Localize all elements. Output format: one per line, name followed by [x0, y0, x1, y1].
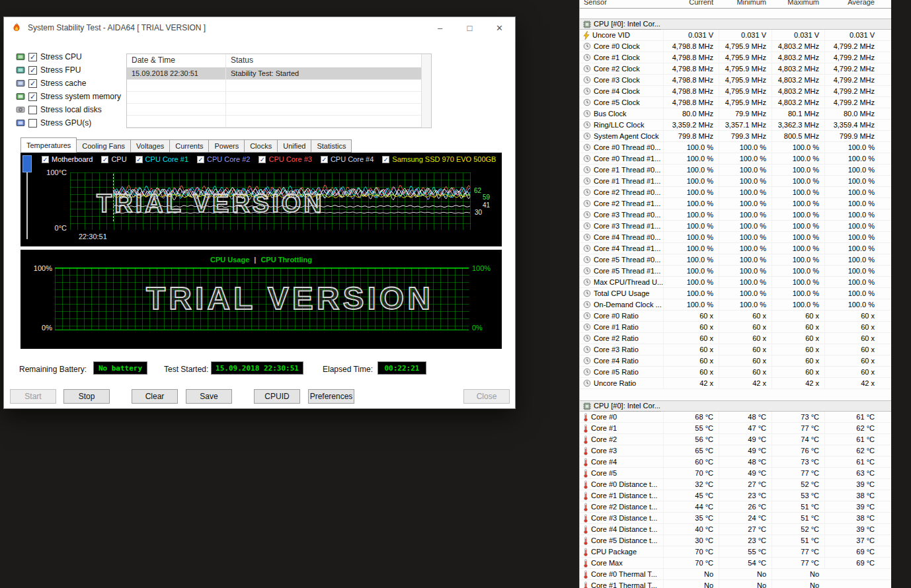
- legend-item-samsung-ssd-970-evo-500gb[interactable]: ✓Samsung SSD 970 EVO 500GB: [382, 155, 496, 163]
- sensor-value: 4,799.2 MHz: [824, 41, 880, 52]
- sensor-row[interactable]: Core #4 Ratio60 x60 x60 x60 x: [580, 355, 891, 367]
- checkbox[interactable]: ✓: [28, 66, 37, 75]
- checkbox[interactable]: ✓: [197, 156, 204, 163]
- sensor-row[interactable]: Core #5 Thread #0...100.0 %100.0 %100.0 …: [580, 254, 891, 266]
- checkbox[interactable]: [28, 119, 37, 128]
- clock-icon: [583, 211, 591, 219]
- stress-option-stress-local-disks[interactable]: Stress local disks: [16, 103, 121, 116]
- sensor-row[interactable]: Core #5 Thread #1...100.0 %100.0 %100.0 …: [580, 266, 891, 277]
- sensor-row[interactable]: Max CPU/Thread U...100.0 %100.0 %100.0 %…: [580, 277, 891, 288]
- save-button[interactable]: Save: [186, 389, 232, 404]
- checkbox[interactable]: ✓: [42, 156, 49, 163]
- checkbox[interactable]: [28, 106, 37, 114]
- tab-unified[interactable]: Unified: [278, 139, 311, 153]
- stress-option-stress-cpu[interactable]: ✓Stress CPU: [16, 50, 121, 63]
- stress-option-stress-cache[interactable]: ✓Stress cache: [16, 77, 121, 90]
- sensor-row[interactable]: Core #2 Distance t...44 °C26 °C51 °C39 °…: [580, 501, 891, 513]
- sensor-row[interactable]: Core #256 °C49 °C74 °C61 °C: [580, 434, 891, 445]
- sensor-row[interactable]: Core #0 Thread #0...100.0 %100.0 %100.0 …: [580, 142, 891, 153]
- sensor-row[interactable]: Core #0 Ratio60 x60 x60 x60 x: [580, 311, 891, 322]
- sensor-row[interactable]: System Agent Clock799.8 MHz799.3 MHz800.…: [580, 131, 891, 142]
- sensor-row[interactable]: Core #3 Clock4,798.8 MHz4,795.9 MHz4,803…: [580, 75, 891, 86]
- sensor-row[interactable]: Core #3 Thread #1...100.0 %100.0 %100.0 …: [580, 221, 891, 232]
- checkbox[interactable]: ✓: [382, 156, 389, 163]
- checkbox[interactable]: ✓: [321, 156, 328, 163]
- sensor-row[interactable]: Core #3 Distance t...35 °C24 °C51 °C38 °…: [580, 513, 891, 524]
- minimize-icon[interactable]: –: [425, 17, 455, 38]
- sensor-row[interactable]: Core #2 Clock4,798.8 MHz4,795.9 MHz4,803…: [580, 63, 891, 75]
- sensor-row[interactable]: Core #4 Thread #1...100.0 %100.0 %100.0 …: [580, 243, 891, 254]
- checkbox[interactable]: ✓: [258, 156, 266, 163]
- log-table-scrollbar[interactable]: [421, 54, 431, 128]
- sensor-row[interactable]: Core #1 Ratio60 x60 x60 x60 x: [580, 322, 891, 333]
- tab-cooling-fans[interactable]: Cooling Fans: [77, 139, 131, 153]
- sensor-row[interactable]: Core #0 Clock4,798.8 MHz4,795.9 MHz4,803…: [580, 41, 891, 52]
- sensor-row[interactable]: Core #4 Distance t...40 °C27 °C52 °C39 °…: [580, 524, 891, 535]
- stop-button[interactable]: Stop: [63, 389, 110, 404]
- tab-currents[interactable]: Currents: [170, 139, 209, 153]
- sensor-row[interactable]: Core #2 Thread #1...100.0 %100.0 %100.0 …: [580, 198, 891, 209]
- sensor-row[interactable]: Core #5 Ratio60 x60 x60 x60 x: [580, 367, 891, 378]
- preferences-button[interactable]: Preferences: [308, 389, 354, 404]
- checkbox[interactable]: ✓: [101, 156, 108, 163]
- tab-voltages[interactable]: Voltages: [131, 139, 170, 153]
- window-titlebar[interactable]: System Stability Test - AIDA64 [ TRIAL V…: [4, 17, 515, 38]
- tab-temperatures[interactable]: Temperatures: [20, 137, 77, 153]
- sensor-row[interactable]: Core #2 Ratio60 x60 x60 x60 x: [580, 333, 891, 344]
- legend-item-cpu-core-2[interactable]: ✓CPU Core #2: [197, 155, 250, 163]
- sensor-row[interactable]: Ring/LLC Clock3,359.2 MHz3,357.1 MHz3,36…: [580, 120, 891, 131]
- checkbox[interactable]: ✓: [28, 92, 37, 101]
- sensor-row[interactable]: Uncore Ratio42 x42 x42 x42 x: [580, 378, 891, 389]
- chip-icon: [583, 20, 591, 28]
- sensor-value: 60 x: [719, 344, 772, 355]
- legend-item-cpu[interactable]: ✓CPU: [101, 155, 126, 163]
- clock-icon: [583, 267, 591, 275]
- checkbox[interactable]: ✓: [28, 79, 37, 88]
- clear-button[interactable]: Clear: [132, 389, 178, 404]
- stress-option-stress-gpu-s[interactable]: Stress GPU(s): [16, 116, 121, 129]
- cpuid-button[interactable]: CPUID: [254, 389, 300, 404]
- sensor-row[interactable]: Core #1 Clock4,798.8 MHz4,795.9 MHz4,803…: [580, 52, 891, 63]
- sensor-row[interactable]: CPU Package70 °C55 °C77 °C69 °C: [580, 546, 891, 558]
- sensor-row[interactable]: Core #0 Thermal T...NoNoNo: [580, 569, 891, 580]
- sensor-row[interactable]: Core #5 Clock4,798.8 MHz4,795.9 MHz4,803…: [580, 97, 891, 108]
- checkbox[interactable]: ✓: [136, 156, 143, 163]
- legend-item-cpu-core-3[interactable]: ✓CPU Core #3: [258, 155, 311, 163]
- sensor-row[interactable]: Bus Clock80.0 MHz79.9 MHz80.1 MHz80.0 MH…: [580, 108, 891, 120]
- sensor-row[interactable]: On-Demand Clock ...100.0 %100.0 %100.0 %…: [580, 299, 891, 311]
- sensor-value: 24 °C: [719, 513, 772, 523]
- sensor-row[interactable]: Core #1 Distance t...45 °C23 °C53 °C38 °…: [580, 490, 891, 501]
- legend-item-cpu-core-1[interactable]: ✓CPU Core #1: [136, 155, 188, 163]
- sensor-row[interactable]: Core #2 Thread #0...100.0 %100.0 %100.0 …: [580, 187, 891, 198]
- sensor-row[interactable]: Core #4 Clock4,798.8 MHz4,795.9 MHz4,803…: [580, 86, 891, 97]
- sensor-row[interactable]: Core #1 Thread #0...100.0 %100.0 %100.0 …: [580, 165, 891, 176]
- sensor-row[interactable]: Core #4 Thread #0...100.0 %100.0 %100.0 …: [580, 232, 891, 243]
- checkbox[interactable]: ✓: [28, 53, 37, 61]
- stress-option-stress-fpu[interactable]: ✓Stress FPU: [16, 63, 121, 77]
- sensor-row[interactable]: Core #068 °C48 °C73 °C61 °C: [580, 412, 891, 423]
- sensor-row[interactable]: Core #1 Thread #1...100.0 %100.0 %100.0 …: [580, 176, 891, 187]
- scale-slider-thumb[interactable]: [22, 155, 32, 172]
- sensor-row[interactable]: Uncore VID0.031 V0.031 V0.031 V0.031 V: [580, 30, 891, 41]
- legend-item-motherboard[interactable]: ✓Motherboard: [42, 155, 93, 163]
- sensor-row[interactable]: Core #155 °C47 °C77 °C62 °C: [580, 423, 891, 434]
- sensor-row[interactable]: Core #1 Thermal T...NoNoNo: [580, 580, 891, 588]
- tab-clocks[interactable]: Clocks: [245, 139, 278, 153]
- sensor-row[interactable]: Core #460 °C48 °C73 °C61 °C: [580, 457, 891, 468]
- tab-statistics[interactable]: Statistics: [311, 139, 352, 153]
- maximize-icon[interactable]: □: [455, 17, 485, 38]
- sensor-row[interactable]: Total CPU Usage100.0 %100.0 %100.0 %100.…: [580, 288, 891, 299]
- legend-item-cpu-core-4[interactable]: ✓CPU Core #4: [321, 155, 374, 163]
- sensor-row[interactable]: Core #0 Distance t...32 °C27 °C52 °C39 °…: [580, 479, 891, 490]
- stress-option-stress-system-memory[interactable]: ✓Stress system memory: [16, 90, 121, 103]
- sensor-row[interactable]: Core #5 Distance t...30 °C23 °C51 °C37 °…: [580, 535, 891, 546]
- sensor-row[interactable]: Core #570 °C49 °C77 °C63 °C: [580, 468, 891, 479]
- sensor-row[interactable]: Core Max70 °C54 °C77 °C69 °C: [580, 558, 891, 569]
- sensor-row[interactable]: Core #3 Thread #0...100.0 %100.0 %100.0 …: [580, 209, 891, 221]
- sensor-row[interactable]: Core #365 °C49 °C76 °C62 °C: [580, 445, 891, 457]
- close-icon[interactable]: ✕: [485, 17, 514, 38]
- sensor-row[interactable]: Core #3 Ratio60 x60 x60 x60 x: [580, 344, 891, 355]
- sensor-row[interactable]: Core #0 Thread #1...100.0 %100.0 %100.0 …: [580, 153, 891, 165]
- tab-powers[interactable]: Powers: [209, 139, 245, 153]
- log-row[interactable]: 15.09.2018 22:30:51Stability Test: Start…: [127, 68, 431, 80]
